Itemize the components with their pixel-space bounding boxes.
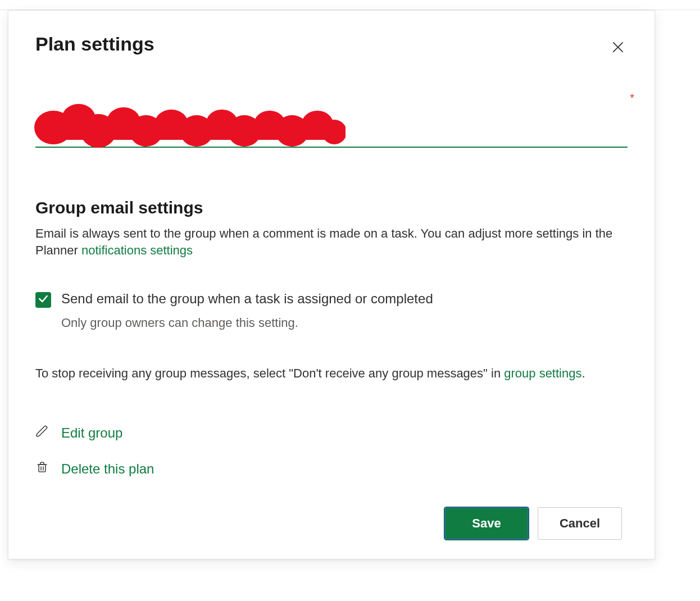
delete-plan-label: Delete this plan	[61, 461, 154, 477]
trash-icon	[35, 461, 49, 477]
edit-group-link[interactable]: Edit group	[35, 425, 628, 441]
group-email-description: Email is always sent to the group when a…	[35, 225, 628, 259]
pencil-icon	[35, 425, 49, 441]
group-settings-link[interactable]: group settings	[504, 366, 581, 380]
svg-rect-16	[39, 465, 46, 472]
stop-receiving-text: To stop receiving any group messages, se…	[35, 366, 628, 381]
notifications-settings-link[interactable]: notifications settings	[81, 243, 193, 257]
close-icon	[611, 47, 625, 56]
plan-settings-dialog: Plan settings *	[8, 10, 655, 559]
checkbox-note: Only group owners can change this settin…	[61, 316, 628, 330]
plan-name-input[interactable]: *	[35, 97, 628, 148]
checkmark-icon	[38, 293, 49, 307]
cancel-button[interactable]: Cancel	[538, 507, 622, 540]
send-email-checkbox[interactable]	[35, 292, 51, 308]
dialog-title: Plan settings	[35, 33, 154, 55]
close-button[interactable]	[608, 38, 628, 59]
save-button[interactable]: Save	[444, 507, 529, 540]
delete-plan-link[interactable]: Delete this plan	[35, 461, 628, 477]
required-indicator: *	[630, 92, 634, 104]
svg-rect-15	[48, 122, 340, 140]
edit-group-label: Edit group	[61, 425, 122, 441]
redaction-scribble	[31, 99, 346, 149]
group-email-heading: Group email settings	[35, 198, 628, 217]
send-email-label: Send email to the group when a task is a…	[61, 291, 433, 307]
